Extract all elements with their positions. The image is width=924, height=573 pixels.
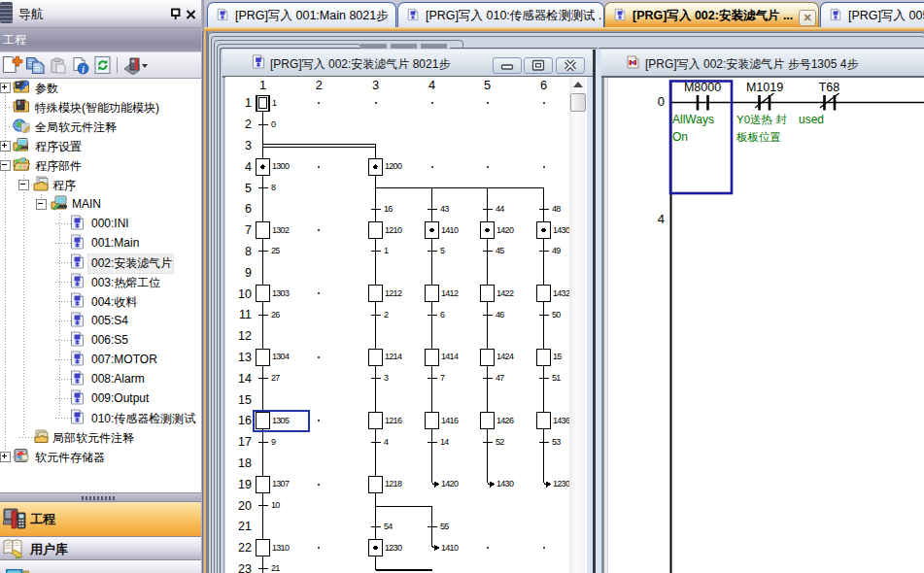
svg-text:4: 4 — [428, 78, 435, 92]
svg-text:22: 22 — [238, 541, 252, 555]
svg-text:46: 46 — [496, 310, 504, 320]
svg-text:1432: 1432 — [553, 288, 570, 298]
svg-text:52: 52 — [496, 437, 504, 447]
svg-text:25: 25 — [271, 246, 280, 255]
svg-text:M1019: M1019 — [746, 81, 783, 94]
svg-text:used: used — [799, 113, 824, 126]
svg-text:1214: 1214 — [385, 352, 402, 361]
svg-text:16: 16 — [238, 414, 252, 427]
svg-text:23: 23 — [238, 562, 252, 573]
svg-text:21: 21 — [271, 563, 280, 573]
svg-text:4: 4 — [245, 160, 252, 174]
svg-text:27: 27 — [271, 373, 280, 383]
svg-text:6: 6 — [245, 202, 252, 216]
svg-text:1436: 1436 — [553, 416, 570, 425]
svg-text:1420: 1420 — [441, 479, 459, 489]
svg-text:1305: 1305 — [272, 416, 290, 425]
svg-text:11: 11 — [239, 308, 252, 321]
svg-text:53: 53 — [552, 437, 561, 447]
svg-text:10: 10 — [271, 500, 280, 510]
svg-text:AllWays: AllWays — [672, 113, 714, 126]
svg-text:1414: 1414 — [441, 352, 459, 361]
svg-text:1430: 1430 — [553, 225, 570, 235]
svg-text:5: 5 — [440, 246, 445, 255]
svg-text:20: 20 — [238, 499, 252, 513]
svg-text:15: 15 — [553, 352, 562, 361]
svg-text:6: 6 — [440, 310, 445, 320]
svg-text:4: 4 — [384, 437, 389, 447]
svg-text:21: 21 — [238, 520, 252, 533]
svg-text:13: 13 — [238, 351, 252, 364]
svg-text:板板位置: 板板位置 — [736, 131, 781, 143]
svg-text:1310: 1310 — [272, 543, 290, 553]
svg-text:1410: 1410 — [441, 225, 459, 235]
svg-text:54: 54 — [384, 522, 393, 531]
svg-text:3: 3 — [245, 139, 252, 152]
svg-text:5: 5 — [245, 182, 252, 195]
svg-text:47: 47 — [496, 373, 504, 383]
svg-text:55: 55 — [440, 522, 449, 531]
svg-text:1410: 1410 — [441, 543, 459, 553]
svg-text:1302: 1302 — [272, 225, 290, 235]
svg-text:1216: 1216 — [385, 416, 402, 425]
svg-text:1420: 1420 — [496, 225, 514, 235]
svg-text:8: 8 — [245, 245, 252, 258]
svg-text:49: 49 — [552, 246, 561, 255]
svg-text:7: 7 — [440, 373, 445, 383]
svg-text:0: 0 — [271, 119, 276, 129]
svg-text:6: 6 — [540, 78, 547, 92]
svg-text:1424: 1424 — [496, 352, 514, 361]
svg-text:26: 26 — [271, 310, 280, 320]
svg-text:Y0送热 封: Y0送热 封 — [736, 114, 787, 125]
svg-text:1300: 1300 — [272, 161, 290, 171]
svg-text:15: 15 — [238, 393, 252, 407]
svg-text:1218: 1218 — [385, 479, 402, 489]
svg-text:5: 5 — [484, 78, 491, 92]
svg-text:2: 2 — [384, 310, 389, 320]
svg-text:1: 1 — [384, 246, 389, 255]
svg-text:T68: T68 — [819, 81, 840, 94]
svg-text:3: 3 — [384, 373, 389, 383]
svg-text:9: 9 — [245, 266, 252, 280]
svg-text:44: 44 — [496, 204, 504, 214]
svg-text:1210: 1210 — [385, 225, 402, 235]
svg-text:1412: 1412 — [441, 288, 459, 298]
svg-text:M8000: M8000 — [684, 81, 721, 94]
svg-text:12: 12 — [238, 329, 252, 343]
svg-text:1: 1 — [272, 98, 277, 108]
svg-text:51: 51 — [552, 373, 561, 383]
svg-text:1230: 1230 — [553, 479, 570, 489]
svg-text:1212: 1212 — [385, 288, 402, 298]
svg-text:14: 14 — [238, 372, 252, 386]
svg-text:19: 19 — [238, 478, 252, 491]
svg-text:1422: 1422 — [496, 288, 514, 298]
svg-text:45: 45 — [496, 246, 504, 255]
svg-text:1303: 1303 — [272, 288, 290, 298]
svg-text:17: 17 — [238, 435, 252, 449]
svg-text:1430: 1430 — [496, 479, 514, 489]
svg-text:1230: 1230 — [385, 543, 402, 553]
svg-text:1416: 1416 — [441, 416, 459, 425]
svg-text:1307: 1307 — [272, 479, 290, 489]
svg-text:16: 16 — [384, 204, 393, 214]
svg-text:10: 10 — [238, 287, 252, 301]
svg-text:2: 2 — [316, 78, 323, 92]
svg-text:1: 1 — [245, 96, 252, 110]
svg-text:18: 18 — [238, 456, 252, 470]
svg-text:i: i — [82, 65, 85, 75]
svg-text:43: 43 — [440, 204, 449, 214]
svg-text:On: On — [672, 130, 688, 144]
svg-text:8: 8 — [271, 183, 276, 192]
svg-text:48: 48 — [552, 204, 561, 214]
svg-text:14: 14 — [440, 437, 449, 447]
svg-text:2: 2 — [245, 118, 252, 131]
svg-text:1200: 1200 — [385, 161, 402, 171]
svg-text:3: 3 — [372, 78, 379, 92]
svg-text:1: 1 — [259, 78, 266, 92]
svg-text:50: 50 — [552, 310, 561, 320]
svg-text:4: 4 — [658, 212, 665, 226]
svg-text:0: 0 — [658, 94, 665, 109]
svg-text:7: 7 — [245, 223, 252, 237]
svg-text:1426: 1426 — [496, 416, 514, 425]
svg-text:1304: 1304 — [272, 352, 290, 361]
